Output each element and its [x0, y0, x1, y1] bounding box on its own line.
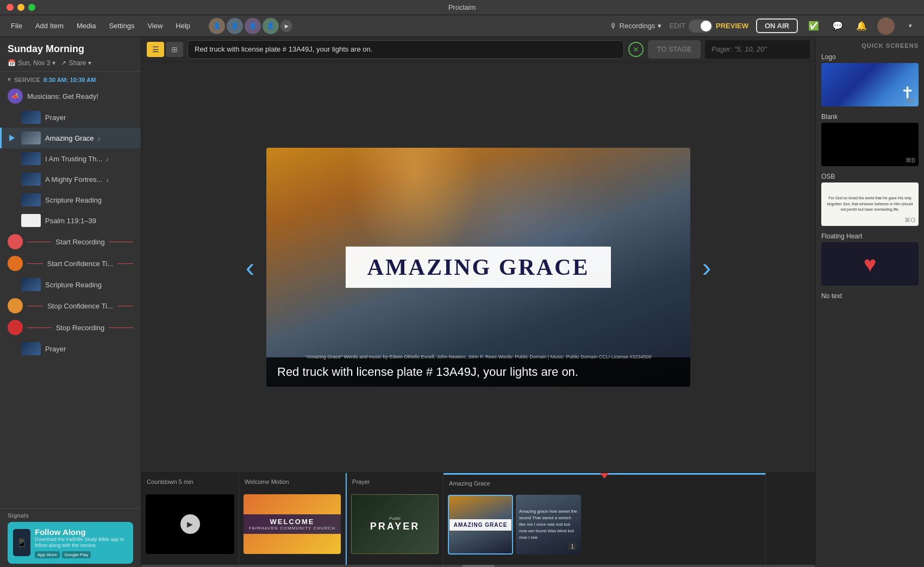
signal-dot-red2 — [8, 320, 23, 335]
slide-announce-text: Red truck with license plate # 13A49J, y… — [277, 365, 578, 379]
quick-screens-panel: QUICK SCREENS Logo ✝ ⌘L Blank ⌘B OSB For… — [815, 37, 924, 567]
list-item[interactable]: Scripture Reading — [0, 190, 141, 210]
list-item[interactable]: I Am Trusting Th... ♪ — [0, 148, 141, 169]
qs-thumbnail-heart: ♥ — [821, 242, 919, 286]
list-item-start-confidence[interactable]: Start Confidence Ti... — [0, 253, 141, 274]
avatar-3[interactable]: 👤 — [245, 18, 261, 34]
chat-icon[interactable]: 💬 — [829, 18, 846, 34]
date-chevron-icon: ▾ — [52, 59, 55, 67]
fullscreen-button[interactable] — [28, 4, 35, 11]
title-bar: Proclaim — [0, 0, 924, 15]
list-item[interactable]: Prayer — [0, 107, 141, 128]
check-circle-icon[interactable]: ✅ — [806, 18, 822, 34]
countdown-thumbnail[interactable]: ▶ — [146, 494, 234, 554]
date-text: Sun, Nov 3 — [18, 59, 50, 67]
welcome-thumbnail[interactable]: WELCOME FAIRHAVEN COMMUNITY CHURCH — [244, 494, 341, 554]
qs-item-no-text[interactable]: No text — [821, 292, 919, 300]
qs-label: Logo — [821, 53, 919, 61]
slide-container: AMAZING GRACE "Amazing Grace" Words and … — [266, 148, 690, 387]
sidebar-item-label: Scripture Reading — [45, 196, 133, 204]
preview-label: PREVIEW — [716, 22, 748, 30]
sidebar-item-label: I Am Trusting Th... ♪ — [45, 155, 133, 163]
sidebar-title: Sunday Morning — [8, 43, 133, 55]
menu-view[interactable]: View — [142, 20, 168, 32]
user-avatars: 👤 👤 👤 👤 ▶ — [209, 18, 292, 34]
service-label: SERVICE — [14, 77, 40, 83]
share-chevron-icon: ▾ — [88, 59, 91, 67]
amazing-grace-thumbnail-lyrics[interactable]: Amazing grace how sweet the sound That s… — [516, 495, 581, 555]
date-button[interactable]: 📅 Sun, Nov 3 ▾ — [8, 59, 55, 67]
prev-slide-button[interactable]: ‹ — [234, 245, 266, 289]
announce-input[interactable] — [188, 40, 624, 59]
on-air-button[interactable]: ON AIR — [756, 18, 798, 33]
qs-item-osb[interactable]: OSB For God so loved the world that He g… — [821, 173, 919, 226]
notification-icon[interactable]: 🔔 — [853, 18, 870, 34]
pager-input[interactable] — [705, 40, 810, 59]
sidebar-item-label: Start Confidence Ti... — [47, 260, 113, 268]
avatar-2[interactable]: 👤 — [227, 18, 243, 34]
qs-thumbnail-blank: ⌘B — [821, 123, 919, 166]
list-item[interactable]: A Mighty Fortres... ♪ — [0, 169, 141, 190]
list-item-stop-confidence[interactable]: Stop Confidence Ti... — [0, 295, 141, 317]
amazing-grace-thumbnail-title[interactable]: AMAZING GRACE — [448, 495, 513, 555]
menu-add-item[interactable]: Add Item — [30, 20, 69, 32]
qs-label: OSB — [821, 173, 919, 180]
signal-line — [117, 263, 133, 264]
item-thumbnail — [21, 342, 41, 355]
follow-along-title: Follow Along — [35, 527, 128, 537]
announce-bar: ☰ ⊞ ✕ TO STAGE — [141, 37, 815, 62]
qs-item-floating-heart[interactable]: Floating Heart ♥ — [821, 232, 919, 286]
qs-label: No text — [821, 292, 919, 300]
close-button[interactable] — [7, 4, 14, 11]
item-thumbnail — [21, 214, 41, 227]
qs-item-blank[interactable]: Blank ⌘B — [821, 113, 919, 166]
list-item-amazing-grace[interactable]: Amazing Grace ♪ — [0, 128, 141, 148]
app-store-badge[interactable]: App Store — [35, 551, 60, 558]
keyboard-shortcut: ⌘B — [906, 157, 915, 164]
menu-media[interactable]: Media — [71, 20, 101, 32]
item-thumbnail — [21, 131, 41, 144]
follow-along-card[interactable]: 📱 Follow Along Download the Faithlife St… — [8, 522, 133, 564]
clear-announce-button[interactable]: ✕ — [628, 42, 644, 57]
qs-item-logo[interactable]: Logo ✝ ⌘L — [821, 53, 919, 106]
menu-help[interactable]: Help — [170, 20, 196, 32]
avatar-1[interactable]: 👤 — [209, 18, 225, 34]
avatar-play-button[interactable]: ▶ — [280, 20, 292, 32]
slide-copyright: "Amazing Grace" Words and music by Edwin… — [266, 354, 690, 360]
signal-line — [117, 306, 133, 306]
list-item[interactable]: 📣 Musicians: Get Ready! — [0, 85, 141, 107]
menu-settings[interactable]: Settings — [103, 20, 140, 32]
share-button[interactable]: ↗ Share ▾ — [61, 59, 91, 67]
center-content: ☰ ⊞ ✕ TO STAGE ‹ AMAZING GRACE "Amazing … — [141, 37, 815, 567]
prayer-thumbnail[interactable]: Public PRAYER — [351, 494, 439, 554]
list-view-button[interactable]: ☰ — [147, 42, 164, 57]
minimize-button[interactable] — [17, 4, 24, 11]
list-item-start-recording[interactable]: Start Recording — [0, 231, 141, 253]
thumb-section-title: Amazing Grace — [448, 480, 761, 487]
item-thumbnail — [21, 111, 41, 124]
slide-announce-overlay: Red truck with license plate # 13A49J, y… — [266, 357, 690, 387]
next-slide-button[interactable]: › — [690, 245, 723, 289]
signal-line — [27, 242, 51, 242]
thumb-images: ▶ — [146, 488, 234, 559]
google-play-badge[interactable]: Google Play — [62, 551, 91, 558]
list-item-stop-recording[interactable]: Stop Recording — [0, 317, 141, 338]
avatar-4[interactable]: 👤 — [263, 18, 279, 34]
edit-preview-group: EDIT PREVIEW — [669, 20, 748, 33]
user-avatar[interactable] — [877, 17, 895, 35]
recordings-button[interactable]: 🎙 Recordings ▾ — [610, 22, 662, 30]
sidebar-item-label: A Mighty Fortres... ♪ — [45, 175, 133, 184]
prayer-public: Public — [389, 516, 401, 521]
sidebar-item-label: Scripture Reading — [45, 281, 133, 289]
menu-file[interactable]: File — [5, 20, 28, 32]
list-item[interactable]: Psalm 119:1–39 — [0, 210, 141, 231]
edit-preview-toggle[interactable] — [689, 20, 713, 33]
service-time: 8:30 AM; 10:30 AM — [43, 77, 96, 83]
grid-view-button[interactable]: ⊞ — [166, 42, 183, 57]
chevron-down-icon[interactable]: ▾ — [902, 18, 919, 34]
to-stage-button[interactable]: TO STAGE — [648, 40, 701, 59]
list-item[interactable]: Scripture Reading — [0, 274, 141, 295]
keyboard-shortcut: ⌘L — [906, 97, 915, 104]
share-label: Share — [68, 59, 86, 67]
list-item[interactable]: Prayer — [0, 338, 141, 359]
